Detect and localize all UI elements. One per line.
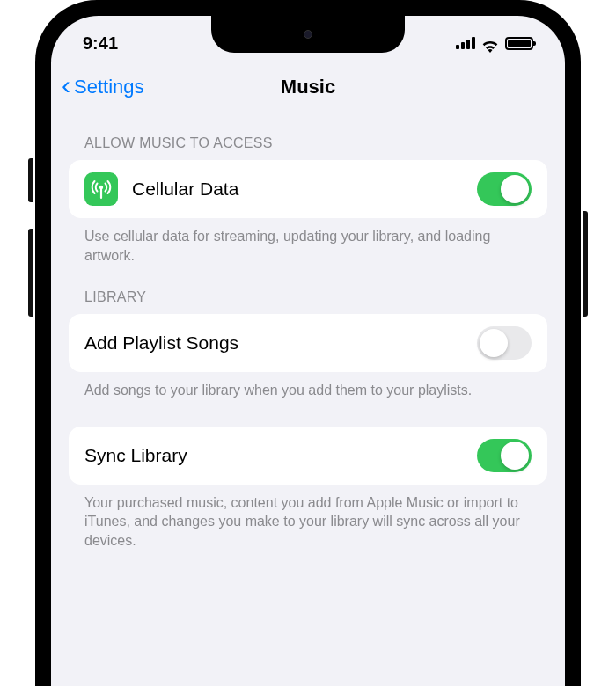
cellular-antenna-icon xyxy=(84,172,118,206)
sync-library-row[interactable]: Sync Library xyxy=(69,427,547,485)
sync-library-footer: Your purchased music, content you add fr… xyxy=(69,485,547,551)
add-playlist-toggle[interactable] xyxy=(477,326,532,360)
nav-bar: ‹ Settings Music xyxy=(51,63,565,111)
battery-icon xyxy=(505,37,533,50)
phone-frame: 9:41 ‹ Settings Music ALLOW MUSIC TO ACC… xyxy=(35,0,581,686)
status-time: 9:41 xyxy=(83,26,118,54)
cellular-signal-icon xyxy=(456,37,475,49)
cellular-data-footer: Use cellular data for streaming, updatin… xyxy=(69,218,547,265)
chevron-left-icon: ‹ xyxy=(62,72,70,99)
cellular-data-toggle[interactable] xyxy=(477,172,532,206)
cellular-data-row[interactable]: Cellular Data xyxy=(69,160,547,218)
add-playlist-row[interactable]: Add Playlist Songs xyxy=(69,314,547,372)
add-playlist-label: Add Playlist Songs xyxy=(84,332,477,354)
sync-library-label: Sync Library xyxy=(84,445,477,466)
section-header-library: LIBRARY xyxy=(69,265,547,314)
sync-library-toggle[interactable] xyxy=(477,439,532,472)
back-label: Settings xyxy=(74,76,144,99)
section-header-access: ALLOW MUSIC TO ACCESS xyxy=(69,111,547,160)
back-button[interactable]: ‹ Settings xyxy=(62,74,144,100)
add-playlist-footer: Add songs to your library when you add t… xyxy=(69,372,547,400)
notch xyxy=(211,16,405,53)
screen: 9:41 ‹ Settings Music ALLOW MUSIC TO ACC… xyxy=(51,16,565,686)
wifi-icon xyxy=(481,37,499,49)
cellular-data-label: Cellular Data xyxy=(132,179,477,200)
